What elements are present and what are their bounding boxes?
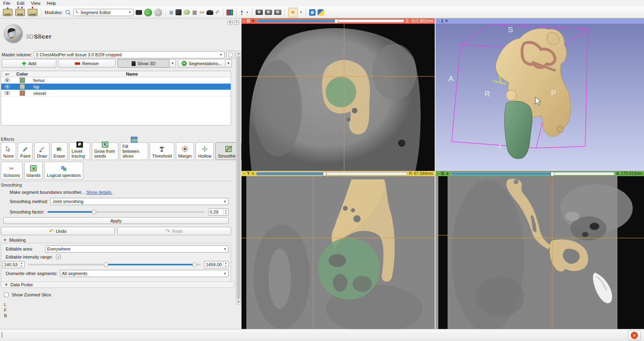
color-swatch[interactable]	[20, 90, 25, 96]
intensity-range-slider[interactable]	[28, 261, 201, 268]
show-3d-dropdown[interactable]: ▼	[169, 59, 176, 68]
pin-icon[interactable]: ✜	[446, 172, 449, 176]
smoothing-factor-slider[interactable]	[47, 209, 205, 215]
history-back-button[interactable]: ←	[144, 8, 152, 16]
overwrite-selector[interactable]: All segments▼	[60, 270, 229, 277]
show-details-link[interactable]: Show details.	[86, 190, 112, 195]
scroll-up-icon[interactable]: ▲	[236, 51, 241, 56]
marker-pen-icon[interactable]: ✐	[215, 9, 220, 15]
module-history-icon[interactable]	[136, 10, 142, 15]
segment-row-hip[interactable]: hip	[1, 84, 231, 90]
green-slice-slider[interactable]	[450, 172, 615, 175]
yellow-slice-image[interactable]	[242, 176, 435, 329]
editable-area-selector[interactable]: Everywhere▼	[45, 245, 229, 253]
smoothing-factor-spinbox[interactable]: 0.29 ▲▼	[208, 208, 229, 216]
collapse-view-icon[interactable]: −	[437, 19, 440, 23]
data-probe-header[interactable]: ▼ Data Probe	[1, 281, 234, 288]
module-selector[interactable]: ✎ Segment Editor▼	[73, 9, 134, 16]
red-slice-view[interactable]: − R ✜ S: -615.902mm	[242, 18, 435, 171]
red-slice-image[interactable]	[242, 24, 435, 171]
volume-cube-icon[interactable]	[175, 9, 182, 15]
remove-segment-button[interactable]: Remove	[58, 59, 116, 68]
history-forward-button[interactable]: →	[154, 8, 162, 16]
screenshot-icon[interactable]	[256, 10, 263, 15]
effect-logical-operators[interactable]: Logical operators	[44, 162, 83, 179]
segment-row-vessel[interactable]: vessel	[1, 90, 231, 97]
effect-none[interactable]: None	[1, 142, 16, 160]
volume-options-button[interactable]	[226, 51, 235, 59]
color-swatch[interactable]	[20, 84, 25, 89]
smoothing-method-selector[interactable]: Joint smoothing▼	[50, 198, 229, 205]
slice-grid-icon[interactable]: ▦	[192, 9, 197, 15]
pin-icon[interactable]: ✜	[252, 172, 255, 176]
extensions-manager-icon[interactable]	[309, 9, 316, 16]
module-search-icon[interactable]	[65, 9, 71, 16]
threed-scene[interactable]	[436, 24, 644, 171]
layout-selector-icon[interactable]	[227, 10, 233, 15]
intensity-max-spinbox[interactable]: 1459.00 ▲▼	[204, 261, 229, 268]
scroll-down-icon[interactable]: ▼	[236, 300, 241, 304]
load-data-button[interactable]: ▲DATA	[2, 8, 13, 17]
crosshair-dropdown[interactable]: ▼	[300, 11, 303, 14]
menu-help[interactable]: Help	[47, 1, 56, 6]
effect-draw[interactable]: Draw	[34, 142, 50, 160]
python-console-icon[interactable]	[318, 9, 324, 16]
save-button[interactable]: ▼SAVE	[27, 8, 38, 17]
undo-button[interactable]: ↶ Undo	[1, 227, 115, 235]
eye-icon[interactable]	[1, 91, 13, 95]
green-slice-view[interactable]: − G ✜ A: 170.613mm	[436, 171, 644, 329]
panel-close-icon[interactable]: ✕	[234, 20, 239, 25]
effect-threshold[interactable]: Threshold	[150, 142, 174, 160]
volume-rendering-icon[interactable]	[184, 10, 190, 15]
collapse-view-icon[interactable]: −	[243, 19, 246, 23]
effect-islands[interactable]: Islands	[24, 162, 43, 179]
sparkle-icon[interactable]: ✻✻	[199, 10, 204, 14]
segment-table-header[interactable]: ◉▾ Color Name	[1, 71, 231, 77]
menu-edit[interactable]: Edit	[17, 1, 25, 6]
effect-scissors[interactable]: ✂Scissors	[1, 162, 23, 179]
pin-icon[interactable]: ✜	[445, 19, 448, 23]
color-swatch[interactable]	[20, 78, 25, 83]
menu-view[interactable]: View	[31, 1, 41, 6]
segmentations-dropdown[interactable]: ▼	[225, 59, 232, 68]
pin-icon[interactable]: ✜	[252, 19, 255, 23]
apply-button[interactable]: Apply	[3, 217, 229, 224]
redo-button[interactable]: ↷ Redo	[117, 227, 231, 235]
effect-hollow[interactable]: Hollow	[196, 142, 214, 160]
add-segment-button[interactable]: ✚ Add	[2, 59, 56, 68]
collapse-view-icon[interactable]: −	[437, 171, 440, 176]
panel-undock-icon[interactable]: ⧉	[227, 20, 233, 25]
collapse-view-icon[interactable]: −	[243, 171, 246, 176]
effect-erase[interactable]: Erase	[51, 142, 68, 160]
effect-grow-from-seeds[interactable]: Grow from seeds	[92, 142, 118, 160]
error-log-button[interactable]: ✕	[628, 331, 641, 340]
intensity-min-spinbox[interactable]: 140.53 ▲▼	[2, 261, 25, 268]
eye-icon[interactable]	[1, 78, 13, 82]
effect-fill-between-slices[interactable]: Fill between slices	[120, 142, 148, 160]
green-slice-image[interactable]	[436, 176, 644, 329]
show-zoomed-slice-checkbox[interactable]	[4, 292, 9, 297]
menu-file[interactable]: File	[3, 1, 10, 6]
scene-view-capture-icon[interactable]	[265, 10, 272, 15]
show-3d-button[interactable]: Show 3D	[118, 59, 170, 68]
segment-row-femur[interactable]: femur	[1, 77, 231, 84]
dicom-button[interactable]: ▼▼DCM	[15, 8, 25, 17]
effect-paint[interactable]: Paint	[18, 142, 33, 160]
threed-view[interactable]: − 1 ✜	[436, 18, 644, 171]
intensity-range-checkbox[interactable]: ✓	[56, 255, 61, 259]
slice-offset-icon[interactable]: ▲●	[240, 10, 244, 15]
scene-view-restore-icon[interactable]	[274, 10, 281, 15]
effect-level-tracing[interactable]: Level tracing	[69, 142, 90, 160]
master-volume-selector[interactable]: 2 ChestAbdPel soft tissue 3.0 B20f cropp…	[34, 51, 225, 58]
mouse-mode-icon[interactable]	[206, 10, 213, 15]
panel-scrollbar[interactable]: ▲ ▼	[236, 51, 241, 305]
effect-margin[interactable]: Margin	[176, 142, 194, 160]
yellow-slice-slider[interactable]	[256, 172, 407, 175]
segmentations-button[interactable]: ➜ Segmentations...	[178, 59, 225, 68]
masking-header[interactable]: ▼ Masking	[3, 238, 26, 242]
red-slice-slider[interactable]	[256, 19, 404, 23]
crosshair-button[interactable]: ✦	[288, 8, 298, 17]
slice-offset-dropdown[interactable]: ▼	[246, 11, 249, 14]
eye-icon[interactable]	[1, 85, 13, 88]
module-list-icon[interactable]: ≣	[169, 9, 174, 16]
